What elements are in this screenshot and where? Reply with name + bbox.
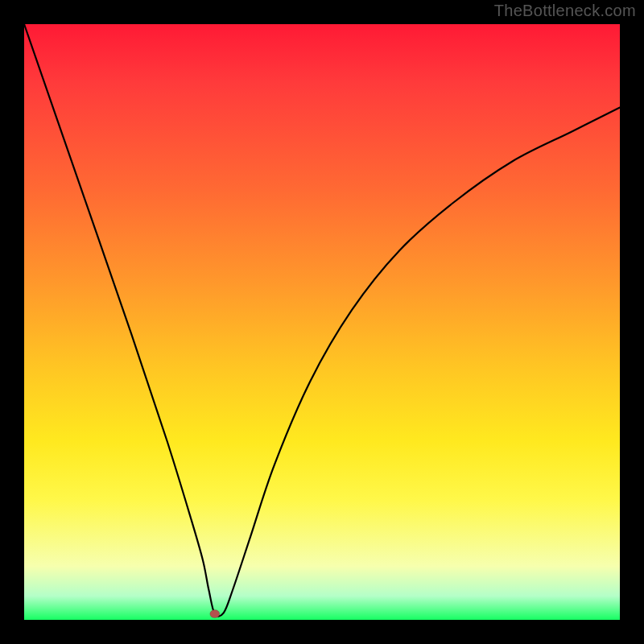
optimal-point-marker — [210, 610, 220, 618]
bottleneck-curve — [24, 24, 620, 617]
watermark-text: TheBottleneck.com — [494, 2, 636, 20]
curve-layer — [24, 24, 620, 620]
plot-area — [24, 24, 620, 620]
chart-frame: TheBottleneck.com — [0, 0, 644, 644]
